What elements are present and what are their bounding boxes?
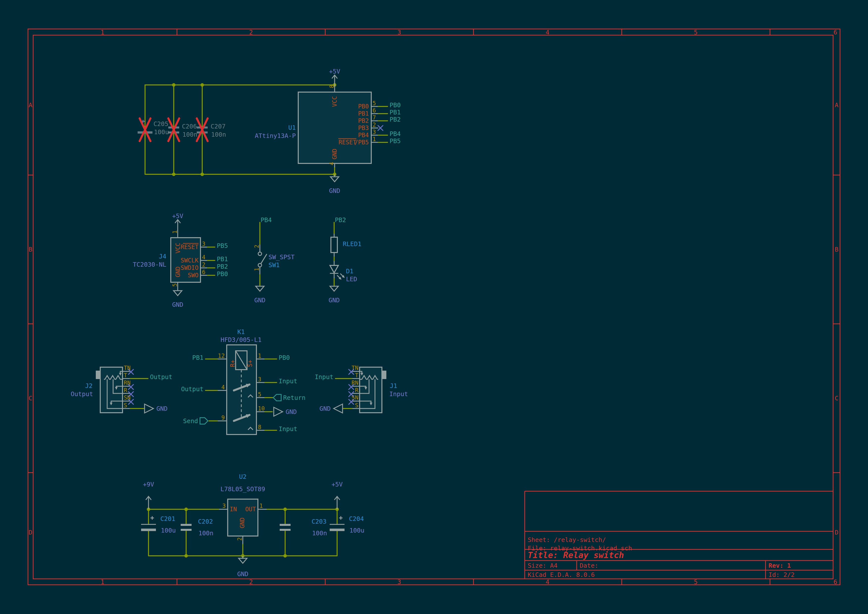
net-label-input[interactable]: Input — [315, 373, 333, 380]
row-label: D — [835, 529, 838, 536]
k1-pin-num: 8 — [258, 424, 261, 430]
d1-value: LED — [346, 276, 357, 283]
u2-ref: U2 — [239, 473, 246, 480]
k1-pin-num: 9 — [221, 414, 225, 421]
global-label-send-text: Send — [183, 417, 198, 425]
net-label-pb1[interactable]: PB1 — [192, 354, 203, 361]
k1-value: HFD3/005-L1 — [220, 336, 262, 343]
c201-value: 100u — [161, 527, 176, 534]
global-label-gnd-text: GND — [286, 408, 297, 416]
net-label-pb1[interactable]: PB1 — [389, 109, 401, 116]
net-label-pb5[interactable]: PB5 — [217, 242, 228, 249]
net-label-output[interactable]: Output — [150, 373, 172, 380]
net-label-pb2[interactable]: PB2 — [389, 116, 401, 123]
j4-pin-num: 6 — [202, 269, 205, 275]
c206-ref: C206 — [182, 123, 197, 130]
u2-pin-gnd-name: GND — [239, 518, 246, 528]
c205-value: 100u — [154, 129, 169, 136]
u1-pin4-num: 4 — [329, 162, 335, 165]
j4-pin1-num: 1 — [172, 230, 178, 234]
col-label: 5 — [694, 29, 698, 36]
power-label-5v: +5V — [332, 481, 343, 488]
net-label-pb0[interactable]: PB0 — [389, 101, 401, 109]
net-label-pb2[interactable]: PB2 — [335, 216, 346, 223]
k1-pin-num: 12 — [218, 352, 225, 359]
net-label-input[interactable]: Input — [279, 425, 297, 433]
c203-ref: C203 — [312, 518, 327, 525]
net-label-input[interactable]: Input — [279, 378, 297, 385]
title-block-date: Date: — [580, 562, 598, 569]
col-label: 3 — [397, 578, 401, 586]
schematic-page: 1 2 3 4 5 6 1 2 3 4 5 6 A B C D A B C D — [0, 0, 868, 614]
u1-pin-num: 1 — [372, 136, 376, 143]
col-label: 1 — [101, 29, 104, 36]
k1-coil-rplus: R+ — [229, 360, 236, 367]
j4-pin-num: 3 — [202, 241, 205, 247]
title-block-id: Id: 2/2 — [769, 571, 795, 578]
net-label-output[interactable]: Output — [181, 386, 203, 393]
j1-pin: T — [355, 372, 358, 378]
c206-value: 100n — [183, 131, 197, 138]
j4-pin-num: 4 — [202, 254, 205, 260]
j4-pin-name: SWCLK — [181, 257, 199, 264]
global-label-gnd-text: GND — [319, 405, 331, 412]
u1-pin8-num: 8 — [329, 85, 335, 88]
c204-ref: C204 — [349, 515, 364, 523]
u1-value: ATtiny13A-P — [255, 132, 296, 140]
power-label-gnd: GND — [329, 296, 339, 304]
power-label-9v: +9V — [143, 481, 154, 488]
j4-reset-name: RESET — [181, 243, 198, 251]
col-label: 6 — [833, 29, 837, 36]
j4-value: TC2030-NL — [133, 261, 166, 268]
k1-pin-num: 5 — [258, 391, 261, 398]
u1-ref: U1 — [288, 124, 296, 131]
col-label: 2 — [249, 29, 253, 36]
power-label-gnd: GND — [172, 301, 183, 308]
net-label-pb4[interactable]: PB4 — [389, 130, 401, 137]
u1-pin-num: 6 — [372, 107, 376, 114]
net-label-pb0[interactable]: PB0 — [279, 354, 290, 361]
net-label-pb0[interactable]: PB0 — [217, 270, 228, 278]
net-label-pb2[interactable]: PB2 — [217, 263, 228, 270]
j1-pin: R — [355, 387, 358, 394]
title-block-rev: Rev: 1 — [769, 562, 791, 569]
col-label: 6 — [833, 578, 837, 586]
row-label: C — [835, 395, 838, 402]
power-label-gnd: GND — [329, 187, 340, 194]
j4-pin-num: 2 — [202, 262, 205, 268]
j4-ref: J4 — [159, 253, 166, 260]
u1-pin8-name: VCC — [331, 96, 338, 107]
net-label-pb5[interactable]: PB5 — [389, 137, 401, 144]
u1-pin-num: 5 — [372, 100, 376, 107]
u1-pin4-name: GND — [331, 149, 338, 159]
title-block-title: Title: Relay switch — [528, 550, 624, 560]
k1-pin-num: 1 — [258, 352, 261, 359]
j2-ref: J2 — [85, 382, 93, 389]
u1-pin-name: PB1 — [358, 110, 369, 117]
u1-pin-name: PB2 — [358, 117, 369, 124]
title-block-tool: KiCad E.D.A. 8.0.6 — [528, 571, 595, 578]
k1-pin-num: 4 — [221, 384, 225, 391]
global-label-gnd-text: GND — [157, 405, 167, 412]
col-label: 2 — [249, 578, 253, 586]
d1-ref: D1 — [346, 268, 353, 275]
j4-pin-name: SWDIO — [181, 264, 198, 271]
u1-reset-name: RESET — [339, 139, 356, 146]
j2-pin: T — [124, 372, 127, 378]
u2-pin3-num: 3 — [222, 502, 226, 509]
net-label-pb4[interactable]: PB4 — [260, 216, 272, 223]
col-label: 5 — [694, 578, 698, 586]
u1-pin-num: 3 — [372, 129, 376, 135]
j2-pin: S — [124, 402, 127, 408]
sw1-pin2-num: 2 — [253, 245, 260, 248]
u1-reset-suffix: /PB5 — [355, 139, 369, 146]
u1-pin-num: 7 — [372, 115, 376, 121]
u2-pin1-num: 1 — [259, 502, 263, 509]
power-label-5v: +5V — [172, 212, 183, 220]
col-label: 3 — [397, 29, 401, 36]
u2-pin-in-name: IN — [230, 506, 237, 513]
power-label-gnd: GND — [237, 571, 248, 578]
c201-ref: C201 — [160, 515, 175, 523]
k1-pin-num: 10 — [258, 405, 265, 412]
net-label-pb1[interactable]: PB1 — [217, 256, 228, 263]
